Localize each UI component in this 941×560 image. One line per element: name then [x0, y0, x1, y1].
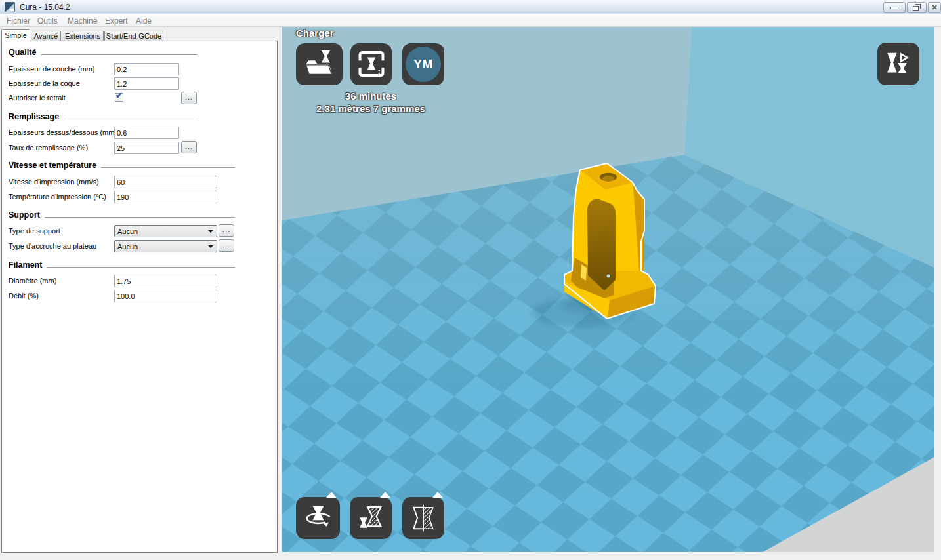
tab-gcode[interactable]: Start/End-GCode [104, 31, 163, 41]
section-vitesse: Vitesse et température [9, 161, 235, 170]
section-rule [41, 54, 198, 55]
support-ellipsis-button[interactable]: ... [219, 224, 234, 237]
label-platform-adhesion: Type d'accroche au plateau [9, 240, 96, 252]
window-title: Cura - 15.04.2 [20, 3, 70, 12]
section-title: Remplissage [9, 112, 59, 121]
view-mode-button[interactable] [877, 43, 919, 85]
layer-height-input[interactable] [114, 63, 179, 75]
support-type-select[interactable]: Aucun [114, 225, 217, 237]
label-support-type: Type de support [9, 225, 60, 237]
section-rule [45, 217, 235, 218]
tab-extensions[interactable]: Extensions [62, 31, 104, 41]
section-title: Vitesse et température [9, 161, 96, 170]
support-type-value: Aucun [117, 228, 138, 235]
youmagine-icon: YM [406, 47, 441, 82]
close-icon: ✕ [931, 4, 937, 11]
menu-item-aide[interactable]: Aide [136, 16, 152, 26]
load-model-button[interactable] [296, 43, 343, 85]
app-icon [5, 2, 15, 12]
load-tooltip: Charger [296, 28, 334, 39]
minimize-icon [890, 7, 898, 9]
scale-icon [354, 501, 388, 535]
restore-icon [913, 4, 921, 11]
platform-adhesion-select[interactable]: Aucun [114, 240, 217, 252]
youmagine-label: YM [413, 57, 433, 71]
retraction-ellipsis-button[interactable]: ... [181, 92, 197, 104]
mirror-expand-arrow-icon [432, 492, 443, 498]
section-title: Support [9, 210, 40, 220]
cura-window: Cura - 15.04.2 ✕ Fichier Outils Machine … [0, 0, 941, 560]
label-flow: Débit (%) [9, 290, 39, 302]
scale-button[interactable] [350, 497, 392, 539]
menu-item-fichier[interactable]: Fichier [7, 16, 30, 26]
scale-expand-arrow-icon [380, 492, 390, 498]
top-bottom-input[interactable] [114, 127, 179, 139]
chevron-down-icon [208, 230, 213, 233]
label-diameter: Diamètre (mm) [9, 275, 56, 287]
rotate-icon [300, 501, 337, 535]
label-layer-height: Epaisseur de couche (mm) [9, 63, 94, 75]
label-shell-thickness: Epaisseur de la coque [9, 77, 80, 90]
tab-avance[interactable]: Avancé [31, 31, 61, 41]
adhesion-ellipsis-button[interactable]: ... [219, 239, 234, 252]
restore-button[interactable] [907, 2, 927, 13]
close-button[interactable]: ✕ [928, 2, 941, 13]
print-stats: 36 minutes 2.31 mètres 7 grammes [289, 90, 453, 115]
section-rule [101, 167, 235, 168]
save-toolpath-button[interactable] [350, 43, 392, 85]
label-top-bottom: Epaisseurs dessus/dessous (mm) [9, 127, 117, 139]
label-print-speed: Vitesse d'impression (mm/s) [9, 176, 99, 188]
print-speed-input[interactable] [114, 176, 217, 188]
menu-item-outils[interactable]: Outils [37, 16, 58, 26]
label-fill-density: Taux de remplissage (%) [9, 142, 88, 154]
fill-density-input[interactable] [114, 142, 179, 154]
menu-item-machine[interactable]: Machine [68, 16, 97, 26]
mirror-button[interactable] [402, 497, 444, 539]
menu-item-expert[interactable]: Expert [105, 16, 128, 26]
minimize-button[interactable] [883, 2, 906, 13]
toolpath-icon [354, 47, 388, 81]
section-support: Support [9, 210, 235, 220]
label-retraction: Autoriser le retrait [9, 92, 66, 104]
print-time: 36 minutes [289, 90, 453, 102]
section-rule [47, 267, 235, 268]
fill-ellipsis-button[interactable]: ... [181, 141, 197, 153]
title-bar[interactable]: Cura - 15.04.2 ✕ [0, 0, 941, 14]
view-mode-icon [881, 47, 915, 81]
chevron-down-icon [208, 245, 213, 248]
filament-usage: 2.31 mètres 7 grammes [289, 102, 453, 115]
section-remplissage: Remplissage [9, 112, 198, 121]
diameter-input[interactable] [114, 275, 217, 287]
tab-simple[interactable]: Simple [1, 29, 30, 41]
rotate-button[interactable] [296, 497, 340, 539]
rotate-expand-arrow-icon [326, 492, 337, 498]
flow-input[interactable] [114, 290, 217, 302]
retraction-checkbox[interactable]: ✔ [115, 93, 123, 102]
load-icon [301, 47, 339, 81]
window-right-border [934, 27, 941, 560]
label-print-temp: Température d'impression (°C) [9, 191, 106, 203]
share-youmagine-button[interactable]: YM [402, 43, 444, 85]
section-rule [64, 119, 198, 119]
mirror-icon [406, 501, 440, 535]
section-title: Filament [9, 260, 42, 270]
print-temp-input[interactable] [114, 191, 217, 203]
section-qualite: Qualité [9, 48, 198, 57]
shell-thickness-input[interactable] [114, 77, 179, 90]
section-filament: Filament [9, 260, 235, 270]
platform-adhesion-value: Aucun [117, 243, 138, 250]
check-icon: ✔ [115, 90, 123, 100]
section-title: Qualité [9, 48, 36, 57]
